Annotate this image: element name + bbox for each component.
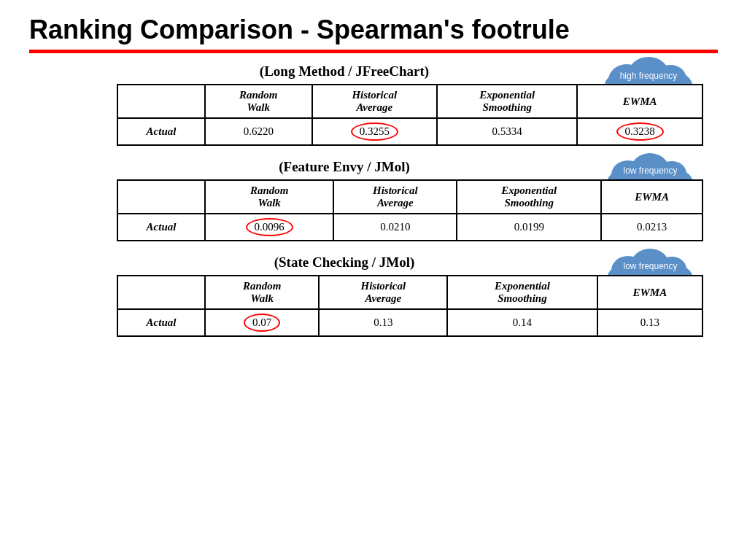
page-title: Ranking Comparison - Spearman's footrule [29, 15, 718, 45]
section1-title: (Long Method / JFreeChart) [260, 63, 429, 79]
section1-table: RandomWalk HistoricalAverage Exponential… [117, 84, 703, 146]
val-es-3: 0.14 [447, 309, 597, 336]
col-exp-smooth-2: ExponentialSmoothing [457, 180, 601, 214]
col-exp-smooth-3: ExponentialSmoothing [447, 276, 597, 309]
col-hist-avg-2: HistoricalAverage [333, 180, 457, 214]
col-hist-avg-1: HistoricalAverage [312, 85, 438, 118]
section-2: (Feature Envy / JMol) low frequencyof ch… [29, 159, 718, 241]
col-ewma-2: EWMA [601, 180, 703, 214]
val-ewma-3: 0.13 [597, 309, 703, 336]
section1-table-container: RandomWalk HistoricalAverage Exponential… [117, 84, 703, 146]
section3-title: (State Checking / JMol) [274, 254, 415, 270]
col-hist-avg-3: HistoricalAverage [319, 276, 447, 309]
val-rw-1: 0.6220 [205, 118, 312, 145]
circled-rw-2: 0.0096 [246, 218, 293, 236]
row-label-1: Actual [117, 118, 205, 145]
col-ewma-1: EWMA [577, 85, 703, 118]
col-random-walk-2: RandomWalk [205, 180, 333, 214]
col-ewma-3: EWMA [597, 276, 703, 309]
val-ha-1: 0.3255 [312, 118, 438, 145]
row-label-2: Actual [117, 214, 205, 241]
section2-table-container: RandomWalk HistoricalAverage Exponential… [117, 179, 703, 241]
col-random-walk-3: RandomWalk [205, 276, 319, 309]
val-ewma-2: 0.0213 [601, 214, 703, 241]
section2-title: (Feature Envy / JMol) [279, 159, 410, 174]
val-rw-3: 0.07 [205, 309, 319, 336]
col-random-walk-1: RandomWalk [205, 85, 312, 118]
circled-rw-3: 0.07 [244, 314, 280, 332]
section3-table-container: RandomWalk HistoricalAverage Exponential… [117, 275, 703, 337]
section3-table: RandomWalk HistoricalAverage Exponential… [117, 275, 703, 337]
page: Ranking Comparison - Spearman's footrule… [0, 0, 747, 560]
val-es-1: 0.5334 [437, 118, 577, 145]
section-3: (State Checking / JMol) low frequencyof … [29, 254, 718, 337]
section2-table: RandomWalk HistoricalAverage Exponential… [117, 179, 703, 241]
circled-ha-1: 0.3255 [351, 122, 398, 141]
val-rw-2: 0.0096 [205, 214, 333, 241]
circled-ewma-1: 0.3238 [616, 122, 664, 141]
col-exp-smooth-1: ExponentialSmoothing [437, 85, 577, 118]
val-ha-3: 0.13 [319, 309, 447, 336]
section-1: (Long Method / JFreeChart) high frequenc… [29, 63, 718, 146]
val-ha-2: 0.0210 [333, 214, 457, 241]
row-label-3: Actual [117, 309, 205, 336]
val-ewma-1: 0.3238 [577, 118, 703, 145]
val-es-2: 0.0199 [457, 214, 601, 241]
